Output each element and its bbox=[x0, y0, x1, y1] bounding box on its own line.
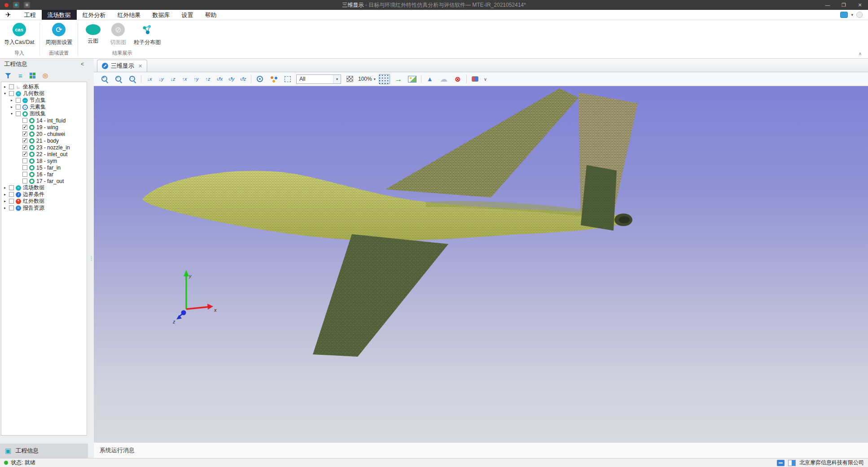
sort-list-icon[interactable]: ≡ bbox=[18, 73, 22, 79]
tree-checkbox[interactable] bbox=[22, 145, 27, 150]
tree-item-5[interactable]: 14 - int_fluid bbox=[1, 117, 87, 124]
tree-item-2[interactable]: ▸节点集 bbox=[1, 97, 87, 104]
tree-item-3[interactable]: ▸元素集 bbox=[1, 104, 87, 110]
menu-tab-5[interactable]: 设置 bbox=[176, 10, 199, 20]
tree-checkbox[interactable] bbox=[22, 138, 27, 143]
tree-checkbox[interactable] bbox=[9, 185, 14, 190]
mirror-button[interactable]: ▲ bbox=[425, 74, 435, 84]
tree-checkbox[interactable] bbox=[9, 205, 14, 210]
ribbon-button-cas-import[interactable]: cas导入Cas/Dat bbox=[1, 22, 37, 47]
particles-button[interactable] bbox=[268, 74, 279, 84]
tree-expand-arrow-icon[interactable]: ▸ bbox=[3, 85, 7, 89]
tab-3d-view[interactable]: 三维显示 ✕ bbox=[97, 60, 147, 72]
texture-button[interactable] bbox=[344, 74, 355, 84]
view-button-7[interactable]: ↺y bbox=[226, 76, 236, 82]
close-button[interactable]: ✕ bbox=[852, 0, 868, 10]
tree-checkbox[interactable] bbox=[22, 158, 27, 163]
display-filter-select[interactable]: All ▾ bbox=[296, 74, 341, 84]
ribbon-button-slice-plane[interactable]: ⊘切面图 bbox=[105, 22, 131, 47]
view-button-5[interactable]: ↑z bbox=[203, 76, 213, 82]
tree-item-16[interactable]: ▸边界条件 bbox=[1, 191, 87, 198]
zoom-out-button[interactable]: − bbox=[113, 74, 124, 84]
tree-item-18[interactable]: ▸报告资源 bbox=[1, 205, 87, 211]
tree-expand-arrow-icon[interactable]: ▸ bbox=[9, 105, 14, 109]
tree-checkbox[interactable] bbox=[22, 125, 27, 130]
menu-tab-6[interactable]: 帮助 bbox=[199, 10, 223, 20]
select-dropdown-arrow-icon[interactable]: ▾ bbox=[333, 75, 341, 83]
tree-item-9[interactable]: 23 - nozzle_in bbox=[1, 144, 87, 151]
run-button[interactable]: → bbox=[393, 74, 404, 84]
tree-expand-arrow-icon[interactable]: ▾ bbox=[3, 92, 7, 96]
menu-tab-1[interactable]: 流场数据 bbox=[42, 10, 77, 20]
tree-item-10[interactable]: 22 - inlet_out bbox=[1, 151, 87, 157]
tree-expand-arrow-icon[interactable]: ▾ bbox=[9, 112, 14, 116]
tree-expand-arrow-icon[interactable]: ▸ bbox=[3, 206, 7, 210]
panel-splitter[interactable]: ⋮ bbox=[88, 59, 94, 458]
view-button-1[interactable]: ↓y bbox=[156, 76, 166, 82]
snapshot-button[interactable] bbox=[407, 74, 418, 84]
filter-icon[interactable] bbox=[5, 73, 11, 79]
viewport-3d[interactable]: x y z bbox=[94, 86, 868, 442]
tree-item-6[interactable]: 19 - wing bbox=[1, 124, 87, 131]
tree-expand-arrow-icon[interactable]: ▸ bbox=[9, 98, 14, 102]
tree-expand-arrow-icon[interactable]: ▸ bbox=[3, 186, 7, 190]
tree-checkbox[interactable] bbox=[22, 131, 27, 136]
menu-tab-4[interactable]: 数据库 bbox=[147, 10, 176, 20]
menu-dropdown-arrow-icon[interactable]: ▾ bbox=[851, 13, 853, 17]
tree-checkbox[interactable] bbox=[9, 192, 14, 197]
menu-tab-0[interactable]: 工程 bbox=[18, 10, 42, 20]
zoom-level-dropdown[interactable]: 100% ▾ bbox=[358, 76, 376, 82]
input-method-icon[interactable] bbox=[777, 460, 785, 466]
grid-view-icon[interactable] bbox=[30, 73, 35, 79]
tree-checkbox[interactable] bbox=[9, 199, 14, 204]
panel-bottom-bar[interactable]: ▣ 工程信息 bbox=[0, 444, 88, 458]
tree-expand-arrow-icon[interactable]: ▸ bbox=[3, 192, 7, 196]
tree-checkbox[interactable] bbox=[9, 91, 14, 96]
ribbon-button-periodic-face[interactable]: ⟳周期面设置 bbox=[42, 22, 75, 47]
target-icon[interactable]: ◎ bbox=[43, 73, 48, 79]
app-icon-2[interactable] bbox=[24, 2, 30, 8]
tree-checkbox[interactable] bbox=[16, 111, 21, 116]
zoom-in-button[interactable]: + bbox=[99, 74, 110, 84]
tree-checkbox[interactable] bbox=[22, 152, 27, 157]
view-save-button[interactable] bbox=[470, 74, 481, 84]
minimize-button[interactable]: — bbox=[820, 0, 836, 10]
panel-collapse-button[interactable]: < bbox=[81, 61, 84, 67]
menu-tab-2[interactable]: 红外分析 bbox=[77, 10, 112, 20]
ribbon-button-contour-cloud[interactable]: 云图 bbox=[80, 22, 105, 46]
tree-checkbox[interactable] bbox=[9, 84, 14, 89]
maximize-button[interactable]: ❐ bbox=[836, 0, 852, 10]
tree-item-7[interactable]: 20 - chuiwei bbox=[1, 131, 87, 137]
ribbon-collapse-icon[interactable]: ∧ bbox=[859, 51, 862, 56]
record-indicator-icon[interactable] bbox=[4, 3, 9, 7]
tree-item-17[interactable]: ▸红外数据 bbox=[1, 198, 87, 205]
view-button-6[interactable]: ↺x bbox=[215, 76, 224, 82]
tree-item-8[interactable]: 21 - body bbox=[1, 137, 87, 144]
tree-checkbox[interactable] bbox=[22, 118, 27, 123]
tree-item-13[interactable]: 16 - far bbox=[1, 171, 87, 178]
tree-checkbox[interactable] bbox=[16, 98, 21, 103]
tree-item-14[interactable]: 17 - far_out bbox=[1, 178, 87, 184]
help-bubble-icon[interactable] bbox=[856, 12, 863, 18]
cloud-button[interactable]: ☁ bbox=[438, 74, 449, 84]
view-button-8[interactable]: ↺z bbox=[238, 76, 248, 82]
style-switch-icon[interactable] bbox=[840, 12, 848, 18]
chevron-down-icon[interactable]: ∨ bbox=[484, 77, 487, 82]
tab-close-icon[interactable]: ✕ bbox=[138, 63, 142, 69]
view-button-4[interactable]: ↑y bbox=[191, 76, 201, 82]
menu-tab-3[interactable]: 红外结果 bbox=[112, 10, 147, 20]
tree-checkbox[interactable] bbox=[22, 165, 27, 170]
locate-button[interactable] bbox=[254, 74, 265, 84]
tree-checkbox[interactable] bbox=[22, 179, 27, 183]
tree-item-1[interactable]: ▾几何数据 bbox=[1, 90, 87, 97]
language-icon[interactable] bbox=[788, 460, 796, 466]
view-button-0[interactable]: ↓x bbox=[145, 76, 154, 82]
tree-item-0[interactable]: ▸坐标系 bbox=[1, 83, 87, 90]
ribbon-button-particle-distribution[interactable]: 粒子分布图 bbox=[131, 22, 164, 47]
tree-item-4[interactable]: ▾面线集 bbox=[1, 110, 87, 117]
box-select-button[interactable] bbox=[282, 74, 293, 84]
tree-item-15[interactable]: ▸流场数据 bbox=[1, 184, 87, 191]
view-button-3[interactable]: ↑x bbox=[180, 76, 189, 82]
tree-expand-arrow-icon[interactable]: ▸ bbox=[3, 199, 7, 203]
cancel-button[interactable]: ⊗ bbox=[452, 74, 463, 84]
